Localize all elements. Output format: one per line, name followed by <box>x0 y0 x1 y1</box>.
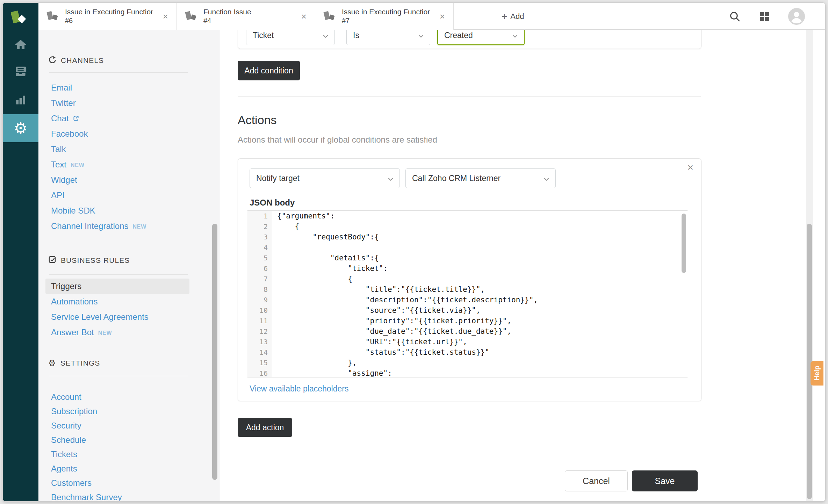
channels-icon <box>48 56 57 66</box>
editor-line: 10 "source":"{{ticket.via}}", <box>247 305 688 316</box>
condition-operator-value: Is <box>353 31 359 40</box>
tab-number: #6 <box>65 16 153 25</box>
editor-line: 11 "priority":"{{ticket.priority}}", <box>247 316 688 326</box>
sidebar-item[interactable]: Service Level Agreements <box>45 309 189 325</box>
editor-line: 7 { <box>247 274 688 284</box>
divider <box>49 376 188 376</box>
search-icon[interactable] <box>729 10 741 22</box>
tab-number: #4 <box>203 16 291 25</box>
sidebar-item[interactable]: Email <box>45 80 189 95</box>
nav-settings-button[interactable]: ⚙ <box>3 114 38 142</box>
sidebar-item-label: Twitter <box>51 98 76 108</box>
apps-grid-icon[interactable] <box>759 11 770 22</box>
save-button[interactable]: Save <box>632 470 698 491</box>
bar-chart-icon <box>14 93 27 107</box>
sidebar-item[interactable]: Schedule <box>45 433 189 447</box>
sidebar-item[interactable]: Triggers <box>45 279 189 294</box>
settings-section-header: ⚙ SETTINGS <box>48 358 100 368</box>
sidebar-item-label: API <box>51 190 65 200</box>
sidebar-item[interactable]: Security <box>45 418 189 433</box>
sidebar-item[interactable]: Automations <box>45 294 189 309</box>
tab-close-icon[interactable]: × <box>440 12 445 21</box>
sidebar-item[interactable]: Answer Bot NEW <box>45 325 189 340</box>
external-link-icon <box>72 114 80 124</box>
sidebar-item[interactable]: Talk <box>45 142 189 157</box>
line-code: "requestBody":{ <box>272 232 379 242</box>
line-number: 6 <box>247 263 272 274</box>
sidebar-scrollbar[interactable] <box>212 224 217 480</box>
sidebar-item[interactable]: Channel Integrations NEW <box>45 218 189 234</box>
sidebar-item-label: Tickets <box>51 449 77 459</box>
new-badge: NEW <box>132 222 146 230</box>
action-type-value: Notify target <box>256 174 300 183</box>
sidebar-item[interactable]: Agents <box>45 461 189 476</box>
tab-close-icon[interactable]: × <box>163 12 168 21</box>
settings-list: Account Subscription Security Schedule T… <box>45 390 189 501</box>
add-action-button[interactable]: Add action <box>238 418 292 437</box>
sidebar-item[interactable]: Twitter <box>45 95 189 111</box>
ticket-tab[interactable]: Issue in Executing Function #6 × <box>38 3 177 30</box>
sidebar-item[interactable]: Facebook <box>45 126 189 142</box>
gear-icon: ⚙ <box>48 359 56 367</box>
line-number: 15 <box>247 358 272 368</box>
editor-line: 6 "ticket": <box>247 263 688 274</box>
sidebar-item[interactable]: Account <box>45 390 189 404</box>
condition-value: Created <box>444 31 473 40</box>
line-code: { <box>272 274 352 284</box>
help-tab[interactable]: Help <box>811 361 823 386</box>
sidebar-item-label: Schedule <box>51 435 86 445</box>
editor-line: 5 "details":{ <box>247 253 688 263</box>
checkbox-icon <box>48 255 57 266</box>
chevron-down-icon <box>323 31 328 40</box>
add-condition-button[interactable]: Add condition <box>238 61 300 80</box>
line-code: "URI":"{{ticket.url}}", <box>272 337 467 347</box>
sidebar-item[interactable]: Text NEW <box>45 157 189 172</box>
ticket-tab[interactable]: Function Issue #4 × <box>177 3 315 30</box>
user-avatar[interactable] <box>788 8 805 25</box>
nav-views-button[interactable] <box>3 63 38 82</box>
line-number: 10 <box>247 305 272 316</box>
sidebar-item[interactable]: Benchmark Survey <box>45 490 189 501</box>
line-code: }, <box>272 358 357 368</box>
line-code <box>272 242 277 253</box>
json-editor[interactable]: 1 {"arguments": 2 { 3 "requestBody":{ <box>247 210 688 377</box>
line-code: "status":"{{ticket.status}}" <box>272 347 489 358</box>
nav-reports-button[interactable] <box>3 91 38 110</box>
new-badge: NEW <box>98 329 112 336</box>
business-rules-section-title: BUSINESS RULES <box>61 256 130 265</box>
line-code: "priority":"{{ticket.priority}}", <box>272 316 511 326</box>
tab-close-icon[interactable]: × <box>301 12 307 21</box>
editor-line: 1 {"arguments": <box>247 211 688 221</box>
view-placeholders-link[interactable]: View available placeholders <box>250 384 348 394</box>
sidebar-item-label: Chat <box>51 114 69 123</box>
action-target-select[interactable]: Call Zoho CRM Listerner <box>405 168 556 188</box>
line-number: 3 <box>247 232 272 242</box>
line-code: "title":"{{ticket.title}}", <box>272 284 485 295</box>
zendesk-logo[interactable] <box>11 10 32 27</box>
sidebar-item[interactable]: Chat <box>45 111 189 126</box>
business-rules-section-header: BUSINESS RULES <box>48 255 130 265</box>
nav-rail: ⚙ <box>3 3 38 501</box>
tab-title: Function Issue <box>203 7 291 16</box>
line-number: 11 <box>247 316 272 326</box>
action-type-select[interactable]: Notify target <box>250 168 400 188</box>
home-icon <box>14 38 27 53</box>
add-tab-button[interactable]: + Add <box>502 3 524 30</box>
line-code: "details":{ <box>272 253 379 263</box>
sidebar-item[interactable]: API <box>45 188 189 203</box>
sidebar-item[interactable]: Subscription <box>45 404 189 418</box>
actions-subheading: Actions that will occur if global condit… <box>238 135 437 145</box>
nav-home-button[interactable] <box>3 36 38 55</box>
remove-action-icon[interactable]: × <box>687 162 693 173</box>
sidebar-item-label: Facebook <box>51 129 88 139</box>
sidebar-item[interactable]: Mobile SDK <box>45 203 189 218</box>
sidebar-item[interactable]: Tickets <box>45 447 189 461</box>
plus-icon: + <box>502 12 507 21</box>
sidebar-item[interactable]: Widget <box>45 172 189 188</box>
editor-scrollbar[interactable] <box>682 214 686 273</box>
sidebar-item[interactable]: Customers <box>45 476 189 490</box>
divider <box>49 72 188 73</box>
cancel-button[interactable]: Cancel <box>565 470 628 491</box>
editor-line: 8 "title":"{{ticket.title}}", <box>247 284 688 295</box>
ticket-tab[interactable]: Issue in Executing Function #7 × <box>315 3 454 30</box>
